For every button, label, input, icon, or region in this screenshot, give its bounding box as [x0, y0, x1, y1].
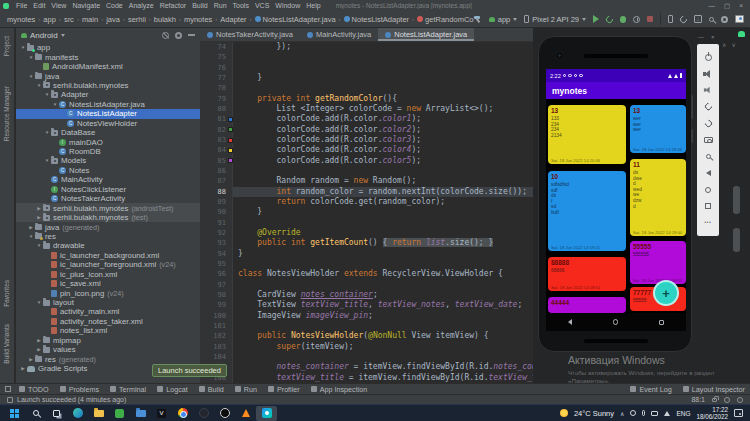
tree-item-manifests[interactable]: ▼manifests [16, 52, 200, 61]
notifications-button[interactable] [735, 15, 744, 23]
stop-button[interactable] [647, 16, 653, 22]
tree-item-database[interactable]: ▼DataBase [16, 128, 200, 137]
tool-window-button-profiler[interactable]: Profiler [268, 385, 300, 394]
tool-stripe-project[interactable]: Project [3, 36, 10, 56]
menu-run[interactable]: Run [211, 2, 230, 9]
menu-file[interactable]: File [13, 2, 30, 9]
project-view-selector[interactable]: Android [30, 31, 58, 40]
run-button[interactable] [593, 15, 599, 23]
color-preview-swatch[interactable] [228, 127, 233, 132]
overview-button[interactable] [700, 199, 716, 213]
tool-window-button-build[interactable]: Build [199, 385, 224, 394]
tree-item-ic-launcher-foreground-xml[interactable]: ic_launcher_foreground.xml(v24) [16, 260, 200, 269]
breadcrumb-mynotes[interactable]: mynotes [5, 15, 37, 24]
note-card[interactable]: 8888866666Sat, 18 Jun 2022 14:18:51 [548, 257, 626, 291]
minimize-button[interactable]: — [709, 2, 716, 9]
hide-panel-icon[interactable] [188, 34, 195, 36]
tray-folder-icon[interactable] [651, 411, 658, 416]
nav-overview-button[interactable] [659, 320, 664, 325]
menu-build[interactable]: Build [189, 2, 211, 9]
breadcrumb-java[interactable]: java [104, 15, 122, 24]
taskbar-vlc[interactable] [235, 406, 256, 421]
menu-window[interactable]: Window [272, 2, 303, 9]
color-preview-swatch[interactable] [228, 148, 233, 153]
tree-item-mainactivity[interactable]: MainActivity [16, 175, 200, 184]
scrollbar-thumb[interactable] [733, 228, 740, 252]
device-manager-button[interactable] [668, 15, 673, 23]
color-preview-swatch[interactable] [228, 138, 233, 143]
tree-item-res[interactable]: ▶res(generated) [16, 354, 200, 363]
settings-button[interactable] [721, 16, 728, 23]
tool-window-button-run[interactable]: Run [235, 385, 257, 394]
menu-help[interactable]: Help [303, 2, 323, 9]
note-card[interactable]: 11ds dwe d wed we dzw dSat, 18 Jun 2022 … [630, 159, 686, 236]
tree-item-drawable[interactable]: ▼drawable [16, 241, 200, 250]
breadcrumb-noteslistadapter-java[interactable]: NotesListAdapter.java [253, 15, 338, 24]
tool-stripe-favorites[interactable]: Favorites [3, 280, 10, 307]
taskbar-edge[interactable] [67, 406, 88, 421]
tree-item-activity-main-xml[interactable]: activity_main.xml [16, 307, 200, 316]
panel-settings-icon[interactable] [175, 32, 182, 39]
note-card[interactable]: 13wer wer werSat, 18 Jun 2022 14:19:46 [630, 105, 686, 153]
taskbar-start[interactable] [4, 406, 25, 421]
taskbar-chrome[interactable] [172, 406, 193, 421]
power-button[interactable] [700, 50, 716, 64]
tree-item-notesclicklistener[interactable]: NotesClickListener [16, 185, 200, 194]
tree-item-pin-icon-png[interactable]: pin_icon.png(v24) [16, 288, 200, 297]
tool-window-button-event-log[interactable]: Event Log [630, 385, 671, 394]
taskbar-taskview[interactable] [46, 406, 67, 421]
tab-noteslistadapter-java[interactable]: NotesListAdapter.java [378, 28, 474, 41]
tree-item-serhii-bulakh-mynotes[interactable]: ▶serhii.bulakh.mynotes(test) [16, 213, 200, 222]
weather-sun-icon[interactable] [560, 409, 568, 417]
tree-item-serhii-bulakh-mynotes[interactable]: ▶serhii.bulakh.mynotes(androidTest) [16, 203, 200, 212]
scroll-up-icon[interactable]: ∧ [722, 41, 726, 48]
color-preview-swatch[interactable] [228, 158, 233, 163]
volume-down-button[interactable] [700, 83, 716, 97]
tree-item-res[interactable]: ▼res [16, 232, 200, 241]
tree-item-notes-list-xml[interactable]: notes_list.xml [16, 326, 200, 335]
tool-window-button-logcat[interactable]: Logcat [157, 385, 188, 394]
tree-item-models[interactable]: ▼Models [16, 156, 200, 165]
tree-item-serhii-bulakh-mynotes[interactable]: ▼serhii.bulakh.mynotes [16, 81, 200, 90]
breadcrumb-getrandomcolor[interactable]: getRandomColor [415, 15, 474, 24]
lock-icon[interactable] [712, 398, 717, 402]
more-button[interactable] [700, 216, 716, 230]
debug-button[interactable] [620, 16, 626, 23]
maximize-button[interactable]: ▢ [724, 2, 730, 10]
tree-item-androidmanifest-xml[interactable]: AndroidManifest.xml [16, 62, 200, 71]
run-configuration-select[interactable]: app [489, 15, 518, 24]
rotate-left-button[interactable] [700, 100, 716, 114]
tree-item-noteslistadapter-java[interactable]: ▼NotesListAdapter.java [16, 100, 200, 109]
taskbar-obs[interactable] [214, 406, 235, 421]
tree-item-ic-save-xml[interactable]: ic_save.xml [16, 279, 200, 288]
tray-clock-icon[interactable] [630, 410, 636, 416]
tree-item-values[interactable]: ▶values [16, 345, 200, 354]
color-preview-swatch[interactable] [228, 117, 233, 122]
tool-window-button-problems[interactable]: Problems [60, 385, 99, 394]
add-note-fab[interactable]: + [653, 280, 679, 306]
tree-item-notestakeractivity[interactable]: NotesTakerActivity [16, 194, 200, 203]
breadcrumb-mynotes[interactable]: mynotes [182, 15, 214, 24]
menu-code[interactable]: Code [103, 2, 126, 9]
taskbar-dark-app[interactable] [193, 406, 214, 421]
indicator-icon[interactable] [737, 397, 743, 403]
menu-refactor[interactable]: Refactor [157, 2, 189, 9]
tree-item-layout[interactable]: ▼layout [16, 298, 200, 307]
sync-project-button[interactable] [679, 14, 689, 24]
device-select[interactable]: Pixel 2 API 29 [524, 15, 586, 24]
taskbar-blue-folder[interactable] [130, 406, 151, 421]
tree-item-app[interactable]: ▼app [16, 43, 200, 52]
breadcrumb-src[interactable]: src [62, 15, 76, 24]
note-card[interactable]: 13133 234 234 2134Sat, 18 Jun 2022 14:20… [548, 105, 626, 164]
menu-tools[interactable]: Tools [230, 2, 252, 9]
search-everywhere-button[interactable] [709, 17, 714, 22]
rotate-right-button[interactable] [700, 116, 716, 130]
tab-mainactivity-java[interactable]: MainActivity.java [300, 28, 378, 41]
tool-window-button-app-inspection[interactable]: App Inspection [311, 385, 368, 394]
apply-changes-button[interactable] [605, 14, 615, 24]
tool-stripe-resource-manager[interactable]: Resource Manager [3, 86, 10, 141]
note-card[interactable]: 10sdfsdfsd sdf ds f sd fsdfSat, 18 Jun 2… [548, 171, 626, 251]
emulator-close-icon[interactable]: × [711, 34, 715, 40]
tool-window-button-todo[interactable]: TODO [19, 385, 49, 394]
breadcrumb-main[interactable]: main [80, 15, 100, 24]
